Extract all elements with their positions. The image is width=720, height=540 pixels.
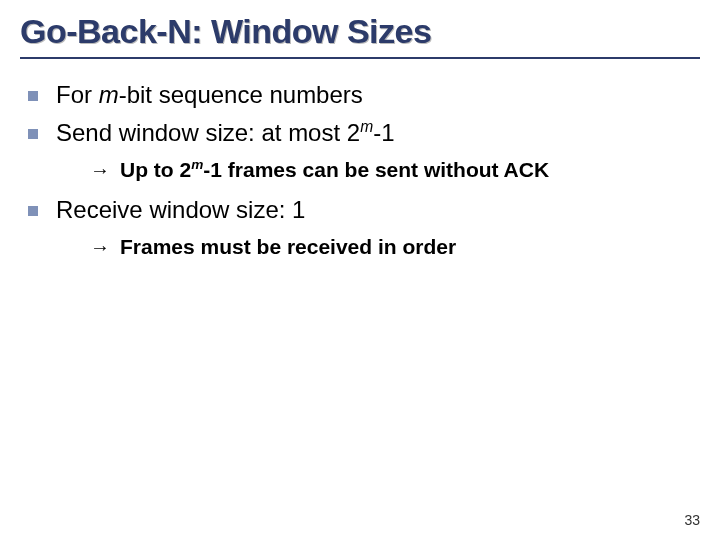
arrow-icon: → [90,233,110,261]
arrow-icon: → [90,156,110,184]
page-number: 33 [684,512,700,528]
slide-title: Go-Back-N: Window Sizes [20,12,700,59]
sub-list-item-text: Up to 2m-1 frames can be sent without AC… [120,156,549,184]
list-item: Send window size: at most 2m-1 [28,117,700,149]
list-item-text: Receive window size: 1 [56,194,305,226]
square-bullet-icon [28,129,38,139]
list-item: For m-bit sequence numbers [28,79,700,111]
list-item-text: For m-bit sequence numbers [56,79,363,111]
list-item: Receive window size: 1 [28,194,700,226]
sub-list-item: → Up to 2m-1 frames can be sent without … [90,156,700,184]
sub-list-item-text: Frames must be received in order [120,233,456,261]
sub-list-item: → Frames must be received in order [90,233,700,261]
square-bullet-icon [28,91,38,101]
square-bullet-icon [28,206,38,216]
list-item-text: Send window size: at most 2m-1 [56,117,395,149]
bullet-list: For m-bit sequence numbers Send window s… [20,79,700,261]
